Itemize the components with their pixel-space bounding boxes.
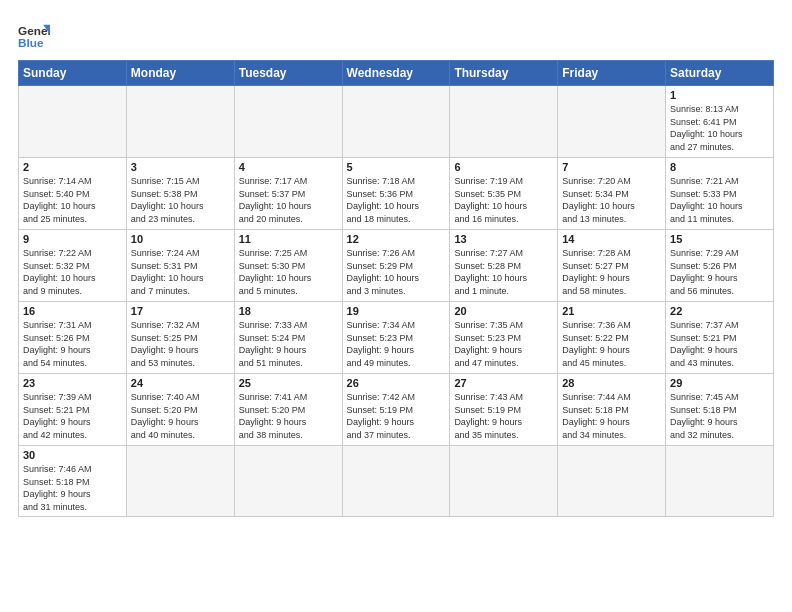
day-info: Sunrise: 7:27 AM Sunset: 5:28 PM Dayligh…: [454, 247, 553, 297]
svg-text:Blue: Blue: [18, 36, 44, 49]
calendar-week-row: 23Sunrise: 7:39 AM Sunset: 5:21 PM Dayli…: [19, 374, 774, 446]
calendar-week-row: 2Sunrise: 7:14 AM Sunset: 5:40 PM Daylig…: [19, 158, 774, 230]
calendar-cell: 13Sunrise: 7:27 AM Sunset: 5:28 PM Dayli…: [450, 230, 558, 302]
calendar-cell: 17Sunrise: 7:32 AM Sunset: 5:25 PM Dayli…: [126, 302, 234, 374]
calendar-cell: 11Sunrise: 7:25 AM Sunset: 5:30 PM Dayli…: [234, 230, 342, 302]
calendar-cell: 28Sunrise: 7:44 AM Sunset: 5:18 PM Dayli…: [558, 374, 666, 446]
day-info: Sunrise: 7:44 AM Sunset: 5:18 PM Dayligh…: [562, 391, 661, 441]
calendar-cell: [126, 86, 234, 158]
day-info: Sunrise: 7:46 AM Sunset: 5:18 PM Dayligh…: [23, 463, 122, 513]
calendar-cell: [19, 86, 127, 158]
logo: General Blue: [18, 18, 50, 50]
calendar-cell: 5Sunrise: 7:18 AM Sunset: 5:36 PM Daylig…: [342, 158, 450, 230]
day-number: 28: [562, 377, 661, 389]
day-number: 5: [347, 161, 446, 173]
calendar-cell: 24Sunrise: 7:40 AM Sunset: 5:20 PM Dayli…: [126, 374, 234, 446]
calendar-cell: 9Sunrise: 7:22 AM Sunset: 5:32 PM Daylig…: [19, 230, 127, 302]
day-number: 26: [347, 377, 446, 389]
day-info: Sunrise: 7:29 AM Sunset: 5:26 PM Dayligh…: [670, 247, 769, 297]
day-number: 11: [239, 233, 338, 245]
weekday-header-friday: Friday: [558, 61, 666, 86]
day-number: 19: [347, 305, 446, 317]
calendar-cell: [558, 86, 666, 158]
day-number: 27: [454, 377, 553, 389]
calendar-cell: 20Sunrise: 7:35 AM Sunset: 5:23 PM Dayli…: [450, 302, 558, 374]
day-info: Sunrise: 7:36 AM Sunset: 5:22 PM Dayligh…: [562, 319, 661, 369]
calendar-week-row: 1Sunrise: 8:13 AM Sunset: 6:41 PM Daylig…: [19, 86, 774, 158]
calendar-cell: 19Sunrise: 7:34 AM Sunset: 5:23 PM Dayli…: [342, 302, 450, 374]
day-info: Sunrise: 7:20 AM Sunset: 5:34 PM Dayligh…: [562, 175, 661, 225]
day-number: 25: [239, 377, 338, 389]
weekday-header-thursday: Thursday: [450, 61, 558, 86]
day-number: 12: [347, 233, 446, 245]
calendar-cell: 30Sunrise: 7:46 AM Sunset: 5:18 PM Dayli…: [19, 446, 127, 517]
day-number: 18: [239, 305, 338, 317]
day-number: 8: [670, 161, 769, 173]
page: General Blue SundayMondayTuesdayWednesda…: [0, 0, 792, 612]
day-info: Sunrise: 7:41 AM Sunset: 5:20 PM Dayligh…: [239, 391, 338, 441]
day-info: Sunrise: 7:25 AM Sunset: 5:30 PM Dayligh…: [239, 247, 338, 297]
calendar-cell: [342, 86, 450, 158]
calendar-cell: 6Sunrise: 7:19 AM Sunset: 5:35 PM Daylig…: [450, 158, 558, 230]
generalblue-logo-icon: General Blue: [18, 18, 50, 50]
calendar-cell: [126, 446, 234, 517]
calendar-table: SundayMondayTuesdayWednesdayThursdayFrid…: [18, 60, 774, 517]
day-number: 10: [131, 233, 230, 245]
weekday-header-tuesday: Tuesday: [234, 61, 342, 86]
day-info: Sunrise: 7:18 AM Sunset: 5:36 PM Dayligh…: [347, 175, 446, 225]
day-info: Sunrise: 7:28 AM Sunset: 5:27 PM Dayligh…: [562, 247, 661, 297]
day-number: 13: [454, 233, 553, 245]
day-number: 6: [454, 161, 553, 173]
calendar-cell: 23Sunrise: 7:39 AM Sunset: 5:21 PM Dayli…: [19, 374, 127, 446]
calendar-cell: 29Sunrise: 7:45 AM Sunset: 5:18 PM Dayli…: [666, 374, 774, 446]
calendar-cell: [234, 446, 342, 517]
day-info: Sunrise: 7:31 AM Sunset: 5:26 PM Dayligh…: [23, 319, 122, 369]
calendar-week-row: 16Sunrise: 7:31 AM Sunset: 5:26 PM Dayli…: [19, 302, 774, 374]
calendar-cell: 16Sunrise: 7:31 AM Sunset: 5:26 PM Dayli…: [19, 302, 127, 374]
calendar-cell: 27Sunrise: 7:43 AM Sunset: 5:19 PM Dayli…: [450, 374, 558, 446]
day-info: Sunrise: 7:14 AM Sunset: 5:40 PM Dayligh…: [23, 175, 122, 225]
day-info: Sunrise: 7:19 AM Sunset: 5:35 PM Dayligh…: [454, 175, 553, 225]
day-info: Sunrise: 7:17 AM Sunset: 5:37 PM Dayligh…: [239, 175, 338, 225]
weekday-header-monday: Monday: [126, 61, 234, 86]
header: General Blue: [18, 18, 774, 50]
day-info: Sunrise: 7:40 AM Sunset: 5:20 PM Dayligh…: [131, 391, 230, 441]
day-info: Sunrise: 7:37 AM Sunset: 5:21 PM Dayligh…: [670, 319, 769, 369]
day-info: Sunrise: 7:39 AM Sunset: 5:21 PM Dayligh…: [23, 391, 122, 441]
day-info: Sunrise: 7:15 AM Sunset: 5:38 PM Dayligh…: [131, 175, 230, 225]
day-info: Sunrise: 7:21 AM Sunset: 5:33 PM Dayligh…: [670, 175, 769, 225]
calendar-cell: 25Sunrise: 7:41 AM Sunset: 5:20 PM Dayli…: [234, 374, 342, 446]
calendar-cell: 10Sunrise: 7:24 AM Sunset: 5:31 PM Dayli…: [126, 230, 234, 302]
day-number: 21: [562, 305, 661, 317]
day-number: 16: [23, 305, 122, 317]
calendar-cell: 18Sunrise: 7:33 AM Sunset: 5:24 PM Dayli…: [234, 302, 342, 374]
calendar-cell: 15Sunrise: 7:29 AM Sunset: 5:26 PM Dayli…: [666, 230, 774, 302]
calendar-cell: 14Sunrise: 7:28 AM Sunset: 5:27 PM Dayli…: [558, 230, 666, 302]
calendar-cell: [234, 86, 342, 158]
day-info: Sunrise: 8:13 AM Sunset: 6:41 PM Dayligh…: [670, 103, 769, 153]
day-number: 9: [23, 233, 122, 245]
day-number: 7: [562, 161, 661, 173]
day-number: 24: [131, 377, 230, 389]
calendar-cell: [558, 446, 666, 517]
weekday-header-saturday: Saturday: [666, 61, 774, 86]
day-info: Sunrise: 7:33 AM Sunset: 5:24 PM Dayligh…: [239, 319, 338, 369]
calendar-week-row: 9Sunrise: 7:22 AM Sunset: 5:32 PM Daylig…: [19, 230, 774, 302]
day-info: Sunrise: 7:34 AM Sunset: 5:23 PM Dayligh…: [347, 319, 446, 369]
day-number: 3: [131, 161, 230, 173]
day-number: 2: [23, 161, 122, 173]
day-number: 23: [23, 377, 122, 389]
calendar-cell: 8Sunrise: 7:21 AM Sunset: 5:33 PM Daylig…: [666, 158, 774, 230]
weekday-header-sunday: Sunday: [19, 61, 127, 86]
calendar-cell: 3Sunrise: 7:15 AM Sunset: 5:38 PM Daylig…: [126, 158, 234, 230]
calendar-cell: [450, 446, 558, 517]
day-number: 17: [131, 305, 230, 317]
calendar-cell: 7Sunrise: 7:20 AM Sunset: 5:34 PM Daylig…: [558, 158, 666, 230]
day-number: 15: [670, 233, 769, 245]
day-info: Sunrise: 7:42 AM Sunset: 5:19 PM Dayligh…: [347, 391, 446, 441]
day-info: Sunrise: 7:24 AM Sunset: 5:31 PM Dayligh…: [131, 247, 230, 297]
day-number: 14: [562, 233, 661, 245]
day-info: Sunrise: 7:45 AM Sunset: 5:18 PM Dayligh…: [670, 391, 769, 441]
calendar-cell: 12Sunrise: 7:26 AM Sunset: 5:29 PM Dayli…: [342, 230, 450, 302]
calendar-cell: 21Sunrise: 7:36 AM Sunset: 5:22 PM Dayli…: [558, 302, 666, 374]
